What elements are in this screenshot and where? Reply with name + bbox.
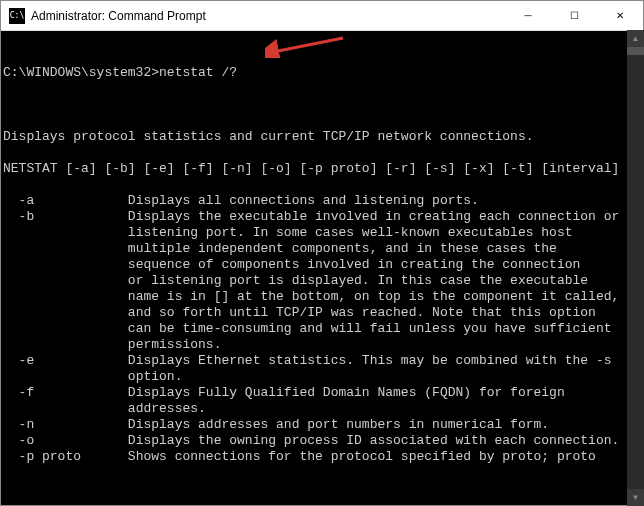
titlebar: C:\ Administrator: Command Prompt ─ ☐ ✕ xyxy=(1,1,643,31)
prompt-line: C:\WINDOWS\system32>netstat /? xyxy=(3,65,641,81)
terminal-output[interactable]: C:\WINDOWS\system32>netstat /? Displays … xyxy=(1,31,643,505)
scroll-thumb[interactable] xyxy=(627,47,644,55)
command-output: Displays protocol statistics and current… xyxy=(3,129,641,465)
vertical-scrollbar[interactable]: ▲ ▼ xyxy=(627,30,644,506)
prompt-path: C:\WINDOWS\system32> xyxy=(3,65,159,80)
maximize-button[interactable]: ☐ xyxy=(551,1,597,30)
scroll-track[interactable] xyxy=(627,47,644,489)
scroll-up-button[interactable]: ▲ xyxy=(627,30,644,47)
close-button[interactable]: ✕ xyxy=(597,1,643,30)
minimize-button[interactable]: ─ xyxy=(505,1,551,30)
window-title: Administrator: Command Prompt xyxy=(31,9,505,23)
cmd-icon: C:\ xyxy=(9,8,25,24)
command-text: netstat /? xyxy=(159,65,237,80)
window-controls: ─ ☐ ✕ xyxy=(505,1,643,30)
scroll-down-button[interactable]: ▼ xyxy=(627,489,644,506)
